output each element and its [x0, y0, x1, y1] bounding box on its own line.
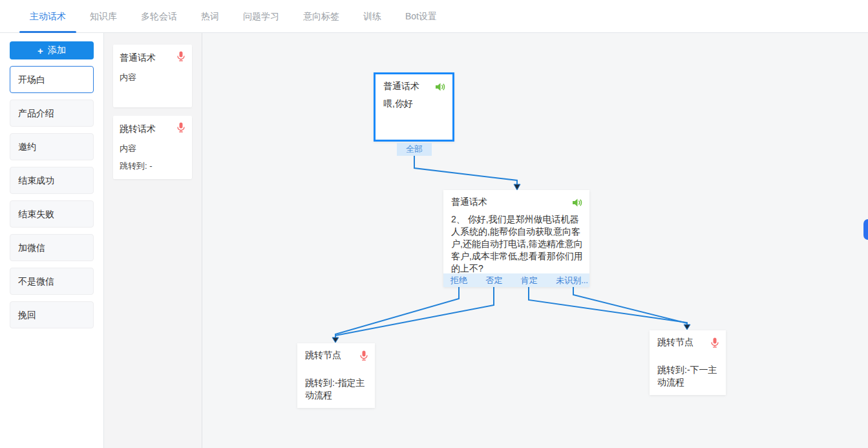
arrowhead [332, 337, 339, 343]
node-title: 普通话术 [451, 197, 487, 208]
node-title-row: 跳转节点 [297, 343, 375, 361]
flow-node-jump-right[interactable]: 跳转节点 跳转到:-下一主动流程 [650, 330, 726, 395]
node-jump-target: 跳转到:-指定主动流程 [297, 361, 375, 401]
edge-label-all[interactable]: 全部 [397, 143, 432, 156]
top-nav: 主动话术 知识库 多轮会话 热词 问题学习 意向标签 训练 Bot设置 [0, 0, 868, 33]
arrowhead [684, 325, 690, 330]
branch-unrecognized[interactable]: 未识别... [556, 275, 588, 286]
arrowhead [514, 184, 520, 190]
palette-card-title: 跳转话术 [120, 123, 185, 135]
flow-canvas[interactable]: 普通话术 喂,你好 全部 普通话术 2、 你好,我们是郑州做电 [202, 33, 868, 448]
tab-hot-words[interactable]: 热词 [200, 0, 220, 33]
node-title-row: 跳转节点 [650, 330, 726, 348]
node-body-text: 2、 你好,我们是郑州做电话机器人系统的,能帮你自动获取意向客户,还能自动打电话… [443, 208, 589, 275]
node-title-row: 普通话术 [443, 190, 589, 208]
flow-node-main-script[interactable]: 普通话术 2、 你好,我们是郑州做电话机器人系统的,能帮你自动获取意向客户,还能… [443, 190, 589, 287]
microphone-icon[interactable] [176, 51, 185, 61]
tab-training[interactable]: 训练 [362, 0, 383, 33]
tab-question-learning[interactable]: 问题学习 [242, 0, 281, 33]
add-button-label: 添加 [48, 45, 66, 56]
palette-card-jump-target: 跳转到: - [120, 160, 185, 172]
branch-negative[interactable]: 否定 [485, 275, 502, 286]
node-title-row: 普通话术 [376, 74, 452, 92]
speaker-icon[interactable] [435, 82, 446, 92]
sidebar-item-invitation[interactable]: 邀约 [10, 133, 94, 160]
edge-positive-to-right-jump [529, 287, 687, 325]
main-area: + 添加 开场白 产品介绍 邀约 结束成功 结束失败 加微信 不是微信 挽回 普… [0, 33, 868, 448]
node-title: 跳转节点 [305, 350, 341, 361]
edge-refuse-to-left-jump [335, 287, 459, 337]
branch-positive[interactable]: 肯定 [521, 275, 538, 286]
branch-strip: 拒绝 否定 肯定 未识别... [443, 273, 589, 287]
palette-card-line: 内容 [120, 72, 185, 83]
plus-icon: + [37, 46, 43, 56]
sidebar-item-not-wechat[interactable]: 不是微信 [10, 268, 94, 295]
sidebar-item-product-intro[interactable]: 产品介绍 [10, 100, 94, 127]
edge-negative-to-left-jump [335, 287, 494, 336]
flow-list-sidebar: + 添加 开场白 产品介绍 邀约 结束成功 结束失败 加微信 不是微信 挽回 [0, 33, 104, 448]
flow-node-jump-left[interactable]: 跳转节点 跳转到:-指定主动流程 [297, 343, 375, 408]
edge-all-to-main [414, 156, 517, 184]
node-title: 普通话术 [383, 81, 419, 92]
microphone-icon[interactable] [176, 122, 185, 133]
palette-card-title: 普通话术 [120, 52, 185, 64]
edge-unrecognized-to-right-jump [573, 287, 687, 323]
sidebar-item-opening[interactable]: 开场白 [10, 66, 94, 93]
node-palette: 普通话术 内容 跳转话术 内容 跳转到: - [104, 33, 202, 448]
sidebar-item-add-wechat[interactable]: 加微信 [10, 234, 94, 261]
node-body-text: 喂,你好 [376, 92, 452, 110]
branch-refuse[interactable]: 拒绝 [450, 275, 467, 286]
right-drawer-handle[interactable] [863, 219, 868, 240]
palette-card-line: 内容 [120, 143, 185, 155]
palette-card-normal-script[interactable]: 普通话术 内容 [113, 45, 192, 107]
sidebar-item-win-back[interactable]: 挽回 [10, 301, 94, 328]
microphone-icon[interactable] [359, 350, 368, 361]
palette-card-jump-script[interactable]: 跳转话术 内容 跳转到: - [113, 116, 192, 179]
node-title: 跳转节点 [657, 337, 693, 348]
node-jump-target: 跳转到:-下一主动流程 [650, 348, 726, 389]
tab-multi-turn-dialog[interactable]: 多轮会话 [140, 0, 178, 33]
flow-node-start[interactable]: 普通话术 喂,你好 [374, 72, 454, 142]
tab-bot-settings[interactable]: Bot设置 [404, 0, 438, 33]
tab-intent-labels[interactable]: 意向标签 [302, 0, 341, 33]
speaker-icon[interactable] [572, 198, 583, 208]
microphone-icon[interactable] [710, 337, 719, 348]
tab-active-script[interactable]: 主动话术 [28, 0, 67, 33]
sidebar-item-end-success[interactable]: 结束成功 [10, 167, 94, 194]
sidebar-item-end-failure[interactable]: 结束失败 [10, 200, 94, 228]
tab-knowledge-base[interactable]: 知识库 [89, 0, 118, 33]
add-flow-button[interactable]: + 添加 [10, 41, 94, 59]
